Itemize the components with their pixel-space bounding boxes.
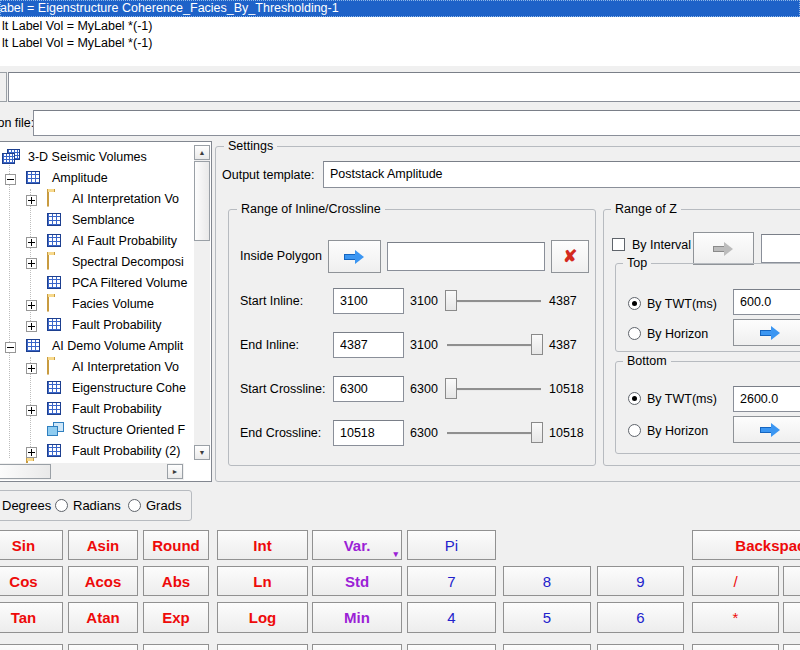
tree-item-spectral-decomposition[interactable]: Spectral Decomposi [0,252,194,273]
partial-button[interactable] [597,644,684,650]
scroll-up-button[interactable]: ▲ [194,145,210,160]
pi-button[interactable]: Pi [407,530,496,560]
partial-button[interactable] [503,644,591,650]
end-inline-input[interactable] [333,332,404,358]
expand-icon[interactable] [26,237,37,248]
std-button[interactable]: Std [312,566,402,596]
slider-thumb[interactable] [531,422,543,443]
partial-button[interactable] [0,644,63,650]
partial-button[interactable] [68,644,138,650]
tree-item-fault-probability-2[interactable]: Fault Probability [0,399,194,420]
expand-icon[interactable] [26,363,37,374]
top-by-twt-radio[interactable] [628,297,641,310]
grads-radio[interactable] [128,499,141,512]
atan-button[interactable]: Atan [68,602,138,633]
sin-button[interactable]: Sin [0,530,63,560]
partial-button[interactable] [143,644,209,650]
start-crossline-input[interactable] [333,376,404,402]
tree-item-ai-interpretation[interactable]: AI Interpretation Vo [0,189,194,210]
history-row[interactable]: lt Label Vol = MyLabel *(-1) [2,19,152,33]
digit-8-button[interactable]: 8 [503,566,591,596]
end-crossline-input[interactable] [333,420,404,446]
slider-thumb[interactable] [445,378,457,399]
backspace-button[interactable]: Backspace [692,530,800,560]
history-selected-row[interactable]: Label = Eigenstructure Coherence_Facies_… [0,0,800,17]
partial-button[interactable] [217,644,308,650]
by-interval-checkbox[interactable] [612,238,625,251]
tree-item-ai-fault-probability[interactable]: AI Fault Probability [0,231,194,252]
tree-item-amplitude[interactable]: Amplitude [0,168,194,189]
tan-button[interactable]: Tan [0,602,63,633]
asin-button[interactable]: Asin [68,530,138,560]
inside-polygon-pick-button[interactable] [328,240,381,273]
expand-icon[interactable] [26,300,37,311]
tree-item-eigenstructure-coherence[interactable]: Eigenstructure Cohe [0,378,194,399]
divide-button[interactable]: / [692,566,779,596]
grads-radio-label[interactable]: Grads [146,498,181,513]
tree-item-facies-volume[interactable]: Facies Volume [0,294,194,315]
interval-pick-button-disabled[interactable] [693,232,754,265]
radians-radio[interactable] [55,499,68,512]
partial-button[interactable] [783,644,800,650]
tree-item-ai-interpretation-2[interactable]: AI Interpretation Vo [0,357,194,378]
end-inline-slider[interactable] [445,334,543,356]
tree-item-structure-oriented[interactable]: Structure Oriented F [0,420,194,441]
vertical-scroll-thumb[interactable] [194,161,210,241]
scroll-right-button[interactable]: ► [167,464,183,479]
collapse-icon[interactable] [5,174,16,185]
partial-button[interactable] [692,644,779,650]
interval-input[interactable] [761,234,800,263]
digit-4-button[interactable]: 4 [407,602,496,633]
digit-9-button[interactable]: 9 [597,566,684,596]
min-button[interactable]: Min [312,602,402,633]
inside-polygon-input[interactable] [387,242,545,271]
collapse-icon[interactable] [5,342,16,353]
top-horizon-pick-button[interactable] [733,319,800,346]
slider-thumb[interactable] [445,290,457,311]
degrees-radio-label[interactable]: Degrees [2,498,51,513]
tree-item-3d-seismic-volumes[interactable]: 3-D Seismic Volumes [0,147,194,168]
multiply-button[interactable]: * [692,602,779,633]
start-inline-slider[interactable] [445,290,543,312]
expand-icon[interactable] [26,258,37,269]
output-template-field[interactable]: Poststack Amplitude [323,161,800,188]
var-button[interactable]: Var. ▾ [312,530,402,560]
bottom-by-twt-radio[interactable] [628,392,641,405]
start-crossline-slider[interactable] [445,378,543,400]
clear-polygon-button[interactable]: ✘ [551,240,589,273]
expand-icon[interactable] [26,447,37,458]
partial-button[interactable] [783,566,800,596]
cos-button[interactable]: Cos [0,566,63,596]
horizontal-scroll-thumb[interactable] [0,464,51,479]
abs-button[interactable]: Abs [143,566,209,596]
history-row[interactable]: lt Label Vol = MyLabel *(-1) [2,36,152,50]
digit-5-button[interactable]: 5 [503,602,591,633]
log-button[interactable]: Log [217,602,308,633]
partial-button[interactable] [407,644,496,650]
radians-radio-label[interactable]: Radians [73,498,121,513]
bottom-horizon-pick-button[interactable] [733,416,800,443]
equation-input[interactable] [8,72,800,102]
round-button[interactable]: Round [143,530,209,560]
digit-7-button[interactable]: 7 [407,566,496,596]
top-twt-input[interactable] [733,289,800,315]
expand-icon[interactable] [26,405,37,416]
acos-button[interactable]: Acos [68,566,138,596]
tree-item-ai-demo-volume[interactable]: AI Demo Volume Amplit [0,336,194,357]
expand-icon[interactable] [26,321,37,332]
scroll-down-button[interactable]: ▼ [194,445,210,460]
equation-file-input[interactable] [33,110,800,136]
volume-tree[interactable]: 3-D Seismic Volumes Amplitude AI Interpr… [0,141,212,482]
top-by-horizon-radio[interactable] [628,327,641,340]
digit-6-button[interactable]: 6 [597,602,684,633]
start-inline-input[interactable] [333,288,404,314]
end-crossline-slider[interactable] [445,422,543,444]
bottom-by-horizon-radio[interactable] [628,424,641,437]
int-button[interactable]: Int [217,530,308,560]
partial-button[interactable] [312,644,402,650]
bottom-twt-input[interactable] [733,386,800,412]
expand-icon[interactable] [26,195,37,206]
partial-button[interactable] [783,602,800,633]
slider-thumb[interactable] [531,334,543,355]
tree-item-fault-probability[interactable]: Fault Probability [0,315,194,336]
